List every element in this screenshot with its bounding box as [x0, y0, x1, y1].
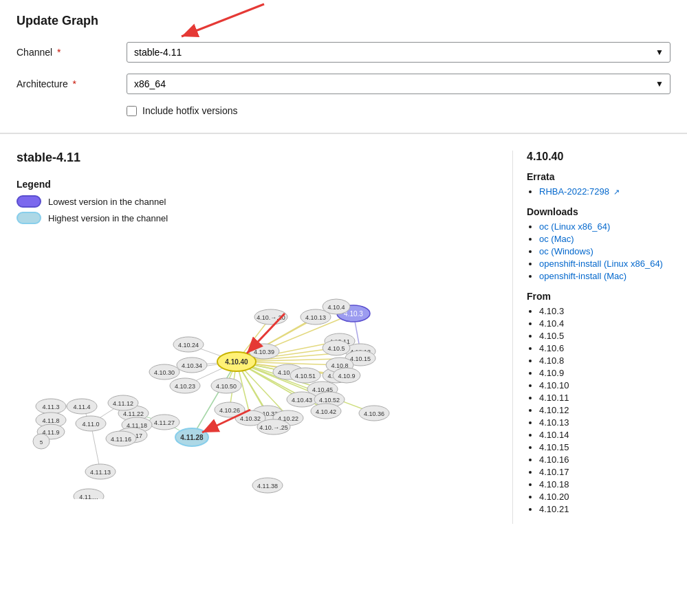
from-item-14: 4.10.18	[539, 479, 670, 490]
svg-text:4.10.30: 4.10.30	[154, 369, 175, 376]
from-item-12: 4.10.16	[539, 454, 670, 465]
graph-nodes[interactable]: 4.10.40 4.10.3 4.10.30 4.10.24 4.10.34 4…	[33, 299, 389, 499]
from-item-1: 4.10.4	[539, 318, 670, 329]
download-item-oc-linux[interactable]: oc (Linux x86_64)	[539, 221, 670, 232]
svg-text:4.10.26: 4.10.26	[219, 407, 240, 414]
svg-text:4.11....: 4.11....	[79, 494, 98, 499]
svg-text:4.10.9: 4.10.9	[338, 373, 355, 380]
channel-label: Channel *	[17, 47, 127, 58]
svg-text:4.10.24: 4.10.24	[178, 342, 199, 349]
from-item-2: 4.10.5	[539, 331, 670, 341]
svg-text:4.10.36: 4.10.36	[364, 410, 384, 417]
svg-text:4.10.52: 4.10.52	[319, 397, 340, 404]
svg-text:4.10.40: 4.10.40	[225, 358, 248, 366]
svg-text:4.10.4: 4.10.4	[327, 304, 345, 311]
svg-text:4.11.12: 4.11.12	[113, 400, 133, 407]
download-link-oc-linux[interactable]: oc (Linux x86_64)	[539, 221, 610, 232]
panel-version-title: 4.10.40	[527, 151, 670, 163]
svg-text:4.11.28: 4.11.28	[180, 434, 204, 441]
legend-title: Legend	[17, 179, 512, 190]
errata-link[interactable]: RHBA-2022:7298 ↗	[539, 186, 620, 197]
download-link-oc-windows[interactable]: oc (Windows)	[539, 246, 593, 256]
graph-area: stable-4.11 Legend Lowest version in the…	[17, 151, 512, 524]
download-item-oc-windows[interactable]: oc (Windows)	[539, 246, 670, 256]
from-item-15: 4.10.20	[539, 492, 670, 502]
legend-item-lowest: Lowest version in the channel	[17, 195, 512, 208]
from-item-8: 4.10.12	[539, 405, 670, 415]
svg-text:4.11.38: 4.11.38	[257, 483, 278, 490]
svg-text:4.11.0: 4.11.0	[82, 421, 99, 428]
right-panel: 4.10.40 Errata RHBA-2022:7298 ↗ Download…	[512, 151, 670, 524]
download-item-openshift-linux[interactable]: openshift-install (Linux x86_64)	[539, 258, 670, 269]
legend-highest-label: Highest version in the channel	[48, 213, 168, 223]
legend-dot-lowest-icon	[17, 195, 41, 208]
svg-text:4.10.13: 4.10.13	[305, 314, 326, 321]
download-item-openshift-mac[interactable]: openshift-install (Mac)	[539, 271, 670, 281]
svg-text:4.10.51: 4.10.51	[295, 373, 316, 380]
from-item-3: 4.10.6	[539, 343, 670, 353]
graph-section: stable-4.11 Legend Lowest version in the…	[0, 134, 687, 540]
svg-text:4.11.8: 4.11.8	[42, 417, 59, 424]
architecture-label: Architecture *	[17, 78, 127, 89]
svg-text:4.11.3: 4.11.3	[42, 404, 59, 410]
download-link-oc-mac[interactable]: oc (Mac)	[539, 234, 574, 244]
svg-text:4.11.27: 4.11.27	[154, 419, 175, 426]
hotfix-checkbox-label[interactable]: Include hotfix versions	[142, 105, 238, 116]
update-graph-section: Update Graph Channel * stable-4.11 stabl…	[0, 0, 687, 134]
architecture-select-wrap: x86_64 aarch64 s390x ppc64le ▼	[127, 74, 670, 94]
from-item-4: 4.10.8	[539, 355, 670, 366]
svg-text:4.10.32: 4.10.32	[240, 415, 261, 422]
errata-label: Errata	[527, 171, 670, 182]
from-label: From	[527, 291, 670, 302]
download-link-openshift-linux[interactable]: openshift-install (Linux x86_64)	[539, 258, 663, 269]
architecture-required-marker: *	[73, 78, 76, 89]
svg-text:4.10.50: 4.10.50	[216, 383, 237, 390]
svg-text:4.10.5: 4.10.5	[327, 345, 345, 352]
svg-text:5: 5	[40, 439, 43, 446]
legend-item-highest: Highest version in the channel	[17, 212, 512, 224]
channel-select[interactable]: stable-4.11 stable-4.10 fast-4.11 fast-4…	[127, 42, 670, 63]
svg-text:4.11.16: 4.11.16	[111, 436, 131, 443]
legend-lowest-label: Lowest version in the channel	[48, 197, 166, 207]
svg-text:4.11.4: 4.11.4	[73, 404, 90, 410]
download-link-openshift-mac[interactable]: openshift-install (Mac)	[539, 271, 626, 281]
from-item-11: 4.10.15	[539, 442, 670, 452]
svg-text:4.11.13: 4.11.13	[90, 469, 111, 476]
errata-list-item[interactable]: RHBA-2022:7298 ↗	[539, 186, 670, 197]
channel-required-marker: *	[57, 47, 61, 58]
from-item-5: 4.10.9	[539, 368, 670, 378]
svg-text:4.10.42: 4.10.42	[316, 408, 336, 415]
download-item-oc-mac[interactable]: oc (Mac)	[539, 234, 670, 244]
channel-row: Channel * stable-4.11 stable-4.10 fast-4…	[17, 42, 670, 63]
svg-text:4.10.23: 4.10.23	[175, 383, 195, 390]
downloads-label: Downloads	[527, 206, 670, 217]
graph-svg: 4.10.40 4.10.3 4.10.30 4.10.24 4.10.34 4…	[17, 238, 512, 499]
hotfix-checkbox-row: Include hotfix versions	[127, 105, 670, 116]
svg-text:4.10.34: 4.10.34	[182, 362, 202, 369]
svg-text:4.10.→.25: 4.10.→.25	[259, 424, 288, 431]
from-item-7: 4.10.11	[539, 393, 670, 403]
svg-text:4.10.39: 4.10.39	[254, 349, 274, 355]
errata-list: RHBA-2022:7298 ↗	[527, 186, 670, 197]
graph-section-title: stable-4.11	[17, 151, 512, 165]
legend: Legend Lowest version in the channel Hig…	[17, 179, 512, 224]
from-item-6: 4.10.10	[539, 380, 670, 390]
from-item-9: 4.10.13	[539, 417, 670, 428]
architecture-select[interactable]: x86_64 aarch64 s390x ppc64le	[127, 74, 670, 94]
svg-text:4.10.15: 4.10.15	[350, 355, 371, 362]
legend-dot-highest-icon	[17, 212, 41, 224]
from-list: 4.10.3 4.10.4 4.10.5 4.10.6 4.10.8 4.10.…	[527, 306, 670, 514]
from-item-0: 4.10.3	[539, 306, 670, 316]
external-link-icon: ↗	[613, 188, 620, 196]
section-title: Update Graph	[17, 14, 670, 28]
architecture-row: Architecture * x86_64 aarch64 s390x ppc6…	[17, 74, 670, 94]
hotfix-checkbox[interactable]	[127, 106, 137, 116]
from-item-10: 4.10.14	[539, 430, 670, 440]
downloads-list: oc (Linux x86_64) oc (Mac) oc (Windows) …	[527, 221, 670, 281]
channel-select-wrap: stable-4.11 stable-4.10 fast-4.11 fast-4…	[127, 42, 670, 63]
from-item-16: 4.10.21	[539, 504, 670, 514]
graph-svg-container[interactable]: 4.10.40 4.10.3 4.10.30 4.10.24 4.10.34 4…	[17, 238, 512, 499]
svg-text:4.11.22: 4.11.22	[123, 410, 144, 417]
svg-text:4.10.43: 4.10.43	[292, 397, 312, 404]
from-item-13: 4.10.17	[539, 467, 670, 477]
